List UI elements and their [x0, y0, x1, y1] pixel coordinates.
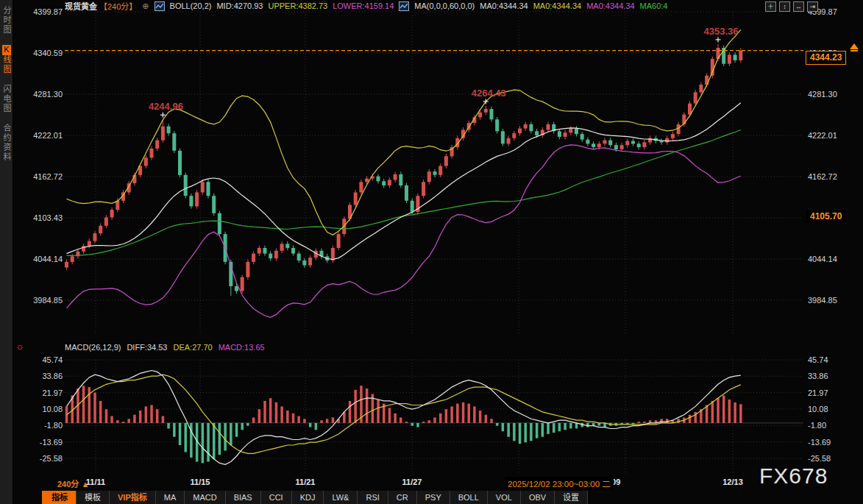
indicator-toolbar: 指标 模板 VIP指标 MA MACD BIAS CCI KDJ LW& RSI… — [42, 491, 588, 504]
y-axis-zoom-icon[interactable]: ↕ — [779, 1, 790, 12]
axis-tick-label: 4103.43 — [15, 213, 63, 222]
axis-tick-label: 4281.30 — [808, 90, 859, 99]
date-tick-label: 11/11 — [86, 478, 105, 486]
boll-lower-value: LOWER:4159.14 — [333, 1, 394, 10]
sidebar-item-lightning-chart[interactable]: 闪电图 — [0, 85, 13, 113]
axis-tick-label: -25.58 — [15, 454, 63, 463]
axis-tick-label: 4222.01 — [15, 131, 63, 140]
toolbar-button-indicator[interactable]: 指标 — [43, 491, 77, 504]
sidebar-item-contract-info[interactable]: 合约资料 — [0, 124, 13, 162]
svg-text:4244.96: 4244.96 — [149, 101, 183, 112]
pan-icon[interactable]: ＋ — [765, 1, 776, 12]
toolbar-button-vip-indicator[interactable]: VIP指标 — [110, 491, 156, 504]
axis-tick-label: 10.08 — [808, 405, 859, 414]
axis-tick-label: 4281.30 — [15, 90, 63, 99]
macd-diff-value: DIFF:34.53 — [127, 343, 167, 352]
boll-indicator-icon[interactable] — [155, 1, 165, 11]
add-indicator-icon[interactable]: ⊕ — [142, 1, 149, 11]
sidebar-item-kline-chart[interactable]: K线图 — [0, 45, 13, 74]
chart-type-sidebar: 分时图 K线图 闪电图 合约资料 — [0, 0, 13, 504]
toolbar-button-rsi[interactable]: RSI — [358, 491, 388, 504]
toolbar-button-obv[interactable]: OBV — [521, 491, 555, 504]
toolbar-button-lw[interactable]: LW& — [324, 491, 358, 504]
ma-label: MA(0,0,0,60,0,0) — [414, 1, 475, 10]
kline-tab-highlight: K — [2, 45, 11, 55]
axis-tick-label: -1.80 — [808, 421, 859, 430]
svg-text:4264.43: 4264.43 — [472, 88, 506, 99]
axis-tick-label: 4340.59 — [15, 49, 63, 57]
toolbar-button-macd[interactable]: MACD — [185, 491, 225, 504]
axis-tick-label: 4162.72 — [15, 172, 63, 181]
axis-tick-label: 4044.14 — [808, 255, 859, 263]
axis-tick-label: 33.86 — [808, 372, 859, 380]
collapse-panel-icon[interactable]: ⇥ — [807, 1, 818, 12]
latest-price-marker-icon[interactable] — [849, 43, 859, 54]
toolbar-button-cci[interactable]: CCI — [261, 491, 292, 504]
boll-label: BOLL(20,2) — [170, 1, 212, 10]
toolbar-button-template[interactable]: 模板 — [77, 491, 110, 504]
x-axis-zoom-icon[interactable]: ↔ — [793, 1, 804, 12]
timeframe-label: 【240分】 — [99, 0, 137, 12]
toolbar-button-ma[interactable]: MA — [156, 491, 185, 504]
sidebar-item-time-chart[interactable]: 分时图 — [0, 6, 13, 35]
axis-tick-label: 33.86 — [15, 372, 63, 380]
date-tick-label: 11/15 — [191, 478, 210, 486]
boll-mid-value: MID:4270.93 — [216, 1, 263, 10]
ma0-yellow-value: MA0:4344.34 — [533, 1, 581, 10]
axis-tick-label: 4222.01 — [808, 131, 859, 140]
toolbar-button-psy[interactable]: PSY — [417, 491, 450, 504]
chart-tools-toolbar: ＋ ↕ ↔ ⇥ — [765, 1, 818, 12]
macd-hist-value: MACD:13.65 — [219, 343, 265, 352]
boll-upper-value: UPPER:4382.73 — [268, 1, 327, 10]
axis-tick-label: 4399.87 — [15, 7, 63, 16]
toolbar-button-settings[interactable]: 设置 — [555, 491, 588, 504]
live-indicator-icon: ☼ — [15, 341, 24, 352]
axis-tick-label: 4044.14 — [15, 255, 63, 263]
toolbar-button-kdj[interactable]: KDJ — [292, 491, 324, 504]
timeframe-selector[interactable]: 240分 ▲ — [57, 478, 89, 489]
axis-tick-label: 4162.72 — [808, 172, 859, 181]
x-axis-row: 240分 ▲ 11/1111/1511/2111/2712/13 /09 202… — [0, 477, 863, 490]
axis-tick-label: 21.97 — [15, 388, 63, 397]
hover-date-tooltip: 2025/12/02 23:00~03:00 二 — [505, 477, 614, 490]
axis-tick-label: 45.74 — [808, 355, 859, 364]
axis-tick-label: 10.08 — [15, 405, 63, 414]
symbol-name: 现货黄金 — [65, 0, 97, 12]
axis-tick-label: -25.58 — [808, 454, 859, 463]
axis-tick-label: 3984.85 — [15, 296, 63, 305]
axis-tick-label: -13.69 — [808, 438, 859, 447]
ma0-white-value: MA0:4344.34 — [480, 1, 528, 10]
price-chart-canvas[interactable]: 4244.964264.434353.36 — [0, 0, 863, 504]
ma0-magenta-value: MA0:4344.34 — [586, 1, 634, 10]
axis-tick-label: -13.69 — [15, 438, 63, 447]
svg-text:4353.36: 4353.36 — [704, 26, 739, 37]
axis-tick-label: 45.74 — [15, 355, 63, 364]
macd-header: MACD(26,12,9) DIFF:34.53 DEA:27.70 MACD:… — [65, 343, 265, 352]
ma60-green-value: MA60:4 — [640, 1, 668, 10]
kline-tab-label: 线图 — [2, 55, 11, 74]
date-tick-label: 12/13 — [722, 478, 743, 486]
toolbar-button-bias[interactable]: BIAS — [226, 491, 261, 504]
macd-params-label: MACD(26,12,9) — [65, 343, 121, 352]
indicator-header: 现货黄金 【240分】 ⊕ BOLL(20,2) MID:4270.93 UPP… — [65, 1, 667, 11]
toolbar-button-boll[interactable]: BOLL — [450, 491, 488, 504]
axis-tick-label: 21.97 — [808, 388, 859, 397]
date-tick-label: 11/21 — [296, 478, 316, 486]
macd-dea-value: DEA:27.70 — [173, 343, 212, 352]
axis-tick-label: -1.80 — [15, 421, 63, 430]
toolbar-button-cr[interactable]: CR — [388, 491, 417, 504]
secondary-price-tag: 4105.70 — [806, 210, 845, 223]
toolbar-button-vol[interactable]: VOL — [488, 491, 521, 504]
date-tick-label: 11/27 — [402, 478, 422, 486]
current-price-tag: 4344.23 — [806, 51, 846, 65]
ma-indicator-icon[interactable] — [399, 1, 409, 11]
axis-tick-label: 3984.85 — [808, 296, 859, 305]
